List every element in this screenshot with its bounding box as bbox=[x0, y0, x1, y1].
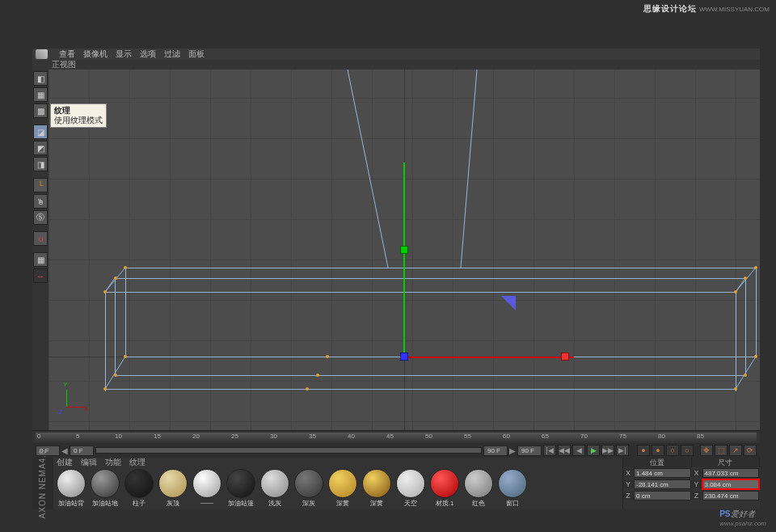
rotate-key-button[interactable]: ↗ bbox=[729, 445, 742, 456]
watermark-top: 思缘设计论坛 WWW.MISSYUAN.COM bbox=[643, 3, 770, 15]
mat-menu-func[interactable]: 功能 bbox=[105, 457, 121, 468]
material-ball-icon bbox=[396, 469, 425, 498]
material-label: 深黄 bbox=[336, 499, 349, 508]
scale-key-button[interactable]: ⬚ bbox=[715, 445, 728, 456]
svg-line-4 bbox=[348, 70, 388, 268]
material-ball-icon bbox=[430, 469, 459, 498]
viewport-logo-icon bbox=[36, 49, 48, 59]
frame-range-end[interactable]: 90 F bbox=[483, 445, 508, 456]
tool-texture-icon[interactable]: ▩ bbox=[33, 103, 48, 118]
timeline-track[interactable] bbox=[95, 447, 482, 454]
watermark-bottom: PS爱好者 www.psahz.com bbox=[719, 509, 766, 527]
material-swatch[interactable]: 天空 bbox=[394, 469, 427, 508]
size-y-input[interactable]: 3.084 cm bbox=[702, 479, 760, 489]
material-swatch[interactable]: 加油站地 bbox=[89, 469, 121, 508]
mat-menu-edit[interactable]: 编辑 bbox=[81, 457, 97, 468]
tool-point[interactable]: ◨ bbox=[33, 157, 48, 171]
timeline-ruler[interactable]: const rd=JSON.parse(document.getElementB… bbox=[32, 430, 760, 443]
autokey-button[interactable]: ● bbox=[652, 445, 664, 456]
menu-options[interactable]: 选项 bbox=[140, 49, 156, 60]
tool-grid[interactable]: ▦ bbox=[33, 252, 48, 267]
step-fwd-button[interactable]: ▶▶ bbox=[601, 445, 614, 456]
material-label: 加油站地 bbox=[92, 499, 118, 508]
material-swatch[interactable]: 灰顶 bbox=[157, 469, 189, 508]
gizmo-center-handle[interactable] bbox=[400, 353, 408, 361]
wireframe-edge bbox=[756, 268, 757, 357]
material-ball-icon bbox=[91, 469, 120, 498]
frame-range-start[interactable]: 0 F bbox=[70, 445, 94, 456]
frame-end[interactable]: 90 F bbox=[517, 445, 542, 456]
pos-y-input[interactable]: -28.141 cm bbox=[634, 479, 691, 489]
tool-s[interactable]: Ⓢ bbox=[33, 210, 48, 225]
menu-panel[interactable]: 面板 bbox=[188, 49, 205, 60]
move-key-button[interactable]: ✥ bbox=[700, 445, 713, 456]
tool-edge[interactable]: └ bbox=[33, 178, 48, 192]
material-swatch[interactable]: —— bbox=[191, 469, 223, 508]
viewport-3d[interactable]: document.write(Array.from({length:19},(_… bbox=[48, 70, 760, 430]
tool-mouse-icon[interactable]: 🖱 bbox=[33, 194, 48, 209]
menu-filter[interactable]: 过滤 bbox=[164, 49, 180, 60]
material-swatch[interactable]: 加油站篷 bbox=[225, 469, 257, 508]
mat-menu-tex[interactable]: 纹理 bbox=[129, 457, 146, 468]
material-menubar: 创建 编辑 功能 纹理 bbox=[53, 458, 622, 467]
svg-line-0 bbox=[105, 268, 125, 292]
size-z-input[interactable]: 230.474 cm bbox=[702, 491, 760, 500]
material-ball-icon bbox=[158, 469, 188, 498]
material-swatch[interactable]: 红色 bbox=[462, 469, 495, 508]
mat-menu-create[interactable]: 创建 bbox=[57, 457, 73, 468]
material-label: 窗口 bbox=[506, 499, 519, 508]
gizmo-plane-icon[interactable] bbox=[501, 296, 516, 310]
svg-line-6 bbox=[105, 278, 115, 292]
size-x-input[interactable]: 487.033 cm bbox=[702, 468, 760, 478]
pos-z-input[interactable]: 0 cm bbox=[634, 491, 691, 500]
play-button[interactable]: ▶ bbox=[587, 445, 600, 456]
step-back-button[interactable]: ◀◀ bbox=[558, 445, 571, 456]
material-swatch[interactable]: 柱子 bbox=[123, 469, 155, 508]
material-label: 红色 bbox=[472, 499, 485, 508]
goto-start-button[interactable]: |◀ bbox=[543, 445, 556, 456]
material-swatch[interactable]: 加油站背 bbox=[55, 469, 87, 508]
wireframe-edge bbox=[105, 389, 736, 390]
svg-line-1 bbox=[105, 357, 125, 389]
gizmo-x-handle[interactable] bbox=[561, 353, 569, 361]
goto-end-button[interactable]: ▶| bbox=[616, 445, 629, 456]
key-options-button[interactable]: ○ bbox=[666, 445, 679, 456]
material-label: 加油站背 bbox=[58, 499, 84, 508]
pos-x-input[interactable]: 1.484 cm bbox=[634, 468, 691, 478]
svg-line-5 bbox=[461, 70, 477, 268]
tool-magnet-icon[interactable]: ∪ bbox=[33, 231, 48, 246]
material-swatch[interactable]: 深灰 bbox=[293, 469, 325, 508]
tool-axis[interactable]: ↔ bbox=[33, 268, 48, 283]
param-key-button[interactable]: ⟳ bbox=[744, 445, 757, 456]
material-label: 天空 bbox=[404, 499, 417, 508]
material-ball-icon bbox=[57, 469, 86, 498]
material-swatch[interactable]: 窗口 bbox=[496, 469, 529, 508]
material-swatch[interactable]: 材质.1 bbox=[428, 469, 461, 508]
material-ball-icon bbox=[226, 469, 255, 498]
material-swatch[interactable]: 深黄 bbox=[327, 469, 359, 508]
material-ball-icon bbox=[464, 469, 493, 498]
menu-display[interactable]: 显示 bbox=[116, 49, 132, 60]
view-label-bar: 正视图 bbox=[32, 60, 760, 70]
record-button[interactable]: ● bbox=[637, 445, 650, 456]
tool-object[interactable]: ◩ bbox=[33, 141, 48, 155]
material-label: 浅灰 bbox=[268, 499, 281, 508]
key-options2-button[interactable]: ○ bbox=[681, 445, 694, 456]
material-ball-icon bbox=[498, 469, 527, 498]
play-back-button[interactable]: ◀ bbox=[572, 445, 585, 456]
material-row: 加油站背加油站地柱子灰顶——加油站篷浅灰深灰深黄深黄天空材质.1红色窗口 bbox=[53, 467, 622, 509]
svg-line-3 bbox=[736, 357, 756, 389]
material-swatch[interactable]: 浅灰 bbox=[259, 469, 291, 508]
tool-model[interactable]: ◪ bbox=[33, 125, 48, 139]
tool-polygon[interactable]: ▦ bbox=[33, 87, 48, 102]
gizmo-y-axis[interactable] bbox=[403, 163, 405, 357]
material-ball-icon bbox=[192, 469, 221, 498]
gizmo-x-axis[interactable] bbox=[404, 357, 574, 358]
menu-view[interactable]: 查看 bbox=[59, 49, 75, 60]
tool-primitive[interactable]: ◧ bbox=[33, 71, 48, 86]
gizmo-y-handle[interactable] bbox=[400, 246, 408, 254]
material-label: 灰顶 bbox=[167, 499, 179, 508]
svg-line-2 bbox=[736, 268, 756, 292]
material-swatch[interactable]: 深黄 bbox=[361, 469, 393, 508]
menu-camera[interactable]: 摄像机 bbox=[83, 49, 108, 60]
